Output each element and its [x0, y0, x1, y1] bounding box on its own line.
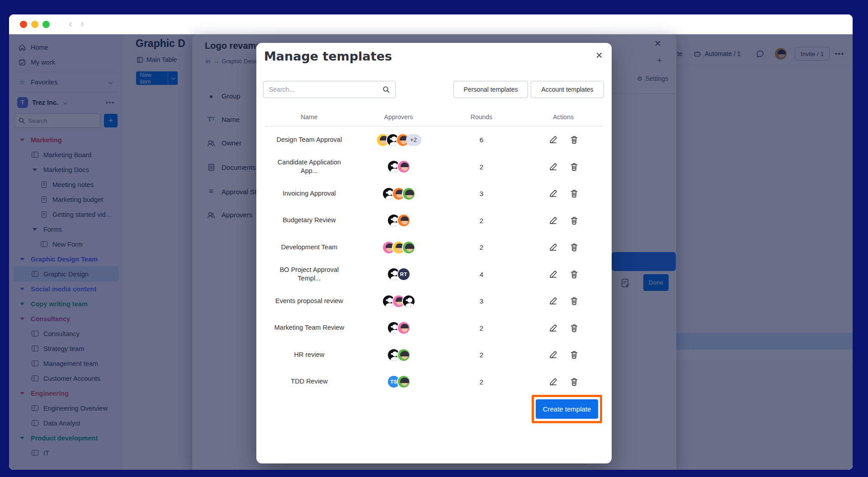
- edit-template-icon[interactable]: [549, 136, 557, 144]
- account-templates-tab[interactable]: Account templates: [531, 81, 604, 98]
- template-search-field[interactable]: [263, 81, 396, 98]
- delete-template-icon[interactable]: [570, 324, 578, 332]
- search-icon: [382, 86, 390, 93]
- delete-template-icon[interactable]: [570, 351, 578, 359]
- edit-template-icon[interactable]: [549, 216, 557, 225]
- edit-template-icon[interactable]: [549, 163, 557, 171]
- template-row: Marketing Team Review 2: [256, 315, 612, 342]
- templates-table-header: Name Approvers Rounds Actions: [256, 111, 612, 123]
- column-header-rounds: Rounds: [443, 113, 520, 121]
- templates-table: Design Team Approval +2 6 Candidate Appl: [256, 126, 612, 395]
- maximize-window-icon[interactable]: [42, 21, 50, 28]
- traffic-lights: [20, 21, 50, 28]
- back-icon[interactable]: ‹: [66, 18, 75, 30]
- approver-avatar-initials: RT: [397, 267, 410, 281]
- delete-template-icon[interactable]: [570, 270, 578, 279]
- edit-template-icon[interactable]: [549, 243, 557, 252]
- delete-template-icon[interactable]: [570, 378, 578, 386]
- delete-template-icon[interactable]: [570, 163, 578, 171]
- modal-title: Manage templates: [264, 49, 392, 63]
- delete-template-icon[interactable]: [570, 243, 578, 252]
- edit-template-icon[interactable]: [549, 324, 557, 332]
- column-header-name: Name: [264, 113, 354, 121]
- manage-templates-modal: Manage templates × Personal templates Ac…: [256, 43, 612, 463]
- minimize-window-icon[interactable]: [31, 21, 38, 28]
- template-row: Budgetary Review 2: [256, 207, 612, 234]
- close-modal-icon[interactable]: ×: [594, 47, 604, 64]
- approver-avatar: [402, 241, 415, 254]
- edit-template-icon[interactable]: [549, 351, 557, 359]
- edit-template-icon[interactable]: [549, 378, 557, 386]
- approver-avatar: [397, 160, 410, 173]
- template-row: TDD Review TS 2: [256, 369, 612, 396]
- titlebar: ‹ ›: [9, 14, 853, 34]
- approver-avatar: [397, 214, 410, 227]
- edit-template-icon[interactable]: [549, 270, 557, 279]
- app-window: ‹ › Home My work ☆ Favorites: [9, 14, 853, 470]
- template-row: Candidate Application App... 2: [256, 154, 612, 181]
- approver-avatar: [402, 187, 415, 201]
- edit-template-icon[interactable]: [549, 297, 557, 305]
- delete-template-icon[interactable]: [570, 136, 578, 144]
- template-row: Development Team 2: [256, 234, 612, 261]
- template-search-input[interactable]: [269, 86, 382, 93]
- create-template-highlight: Create template: [532, 395, 602, 423]
- extra-approvers-badge: +2: [406, 134, 421, 146]
- template-row: Design Team Approval +2 6: [256, 126, 612, 154]
- create-template-button[interactable]: Create template: [536, 399, 598, 419]
- delete-template-icon[interactable]: [570, 216, 578, 225]
- delete-template-icon[interactable]: [570, 297, 578, 305]
- column-header-actions: Actions: [520, 113, 606, 121]
- personal-templates-tab[interactable]: Personal templates: [453, 81, 528, 98]
- delete-template-icon[interactable]: [570, 189, 578, 198]
- forward-icon[interactable]: ›: [78, 18, 87, 30]
- approver-avatar: [397, 348, 410, 362]
- template-row: Events proposal review 3: [256, 288, 612, 315]
- approver-avatar: [397, 321, 410, 335]
- approver-avatar: [397, 375, 410, 388]
- template-row: HR review 2: [256, 341, 612, 369]
- edit-template-icon[interactable]: [549, 189, 557, 198]
- close-window-icon[interactable]: [20, 21, 27, 28]
- approver-avatar: [402, 295, 415, 308]
- column-header-approvers: Approvers: [354, 113, 443, 121]
- template-row: Invoicing Approval 3: [256, 180, 612, 207]
- template-row: BO Project Approval Templ... RT 4: [256, 261, 612, 288]
